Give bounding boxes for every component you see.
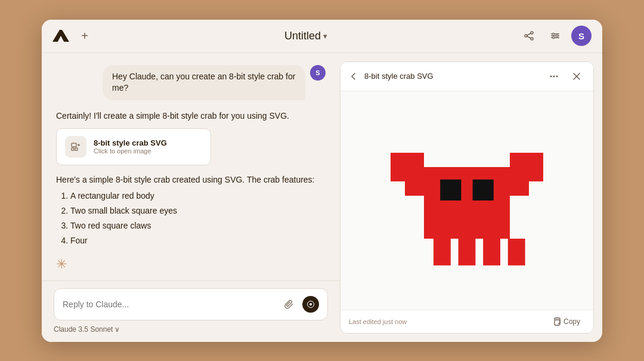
user-avatar-small: S — [310, 65, 326, 81]
svg-point-17 — [309, 303, 312, 306]
copy-button[interactable]: Copy — [547, 315, 585, 328]
artifact-card[interactable]: 8-bit style crab SVG Click to open image — [56, 128, 211, 165]
settings-button[interactable] — [545, 26, 565, 46]
response-prefix: Here's a simple 8-bit style crab created… — [56, 174, 326, 186]
artifact-card-title: 8-bit style crab SVG — [94, 138, 167, 147]
svg-line-3 — [527, 33, 531, 35]
page-title: Untitled — [284, 30, 321, 42]
header-right: S — [519, 26, 592, 46]
anthropic-logo — [52, 30, 69, 42]
svg-point-10 — [553, 37, 555, 39]
svg-rect-24 — [405, 177, 424, 196]
chat-panel: Hey Claude, can you create an 8-bit styl… — [42, 53, 340, 342]
svg-rect-12 — [72, 148, 74, 150]
model-label: Claude 3.5 Sonnet — [54, 325, 113, 334]
title-area[interactable]: Untitled ▾ — [284, 30, 327, 42]
artifact-close-button[interactable] — [568, 68, 585, 85]
artifact-timestamp: Last edited just now — [349, 318, 407, 325]
model-dropdown-icon: ∨ — [114, 325, 120, 334]
svg-rect-13 — [75, 148, 78, 150]
copy-label: Copy — [564, 317, 580, 326]
svg-rect-27 — [473, 179, 494, 200]
chat-input-box — [54, 288, 328, 320]
artifact-panel-title: 8-bit style crab SVG — [364, 72, 540, 81]
artifact-card-icon — [65, 136, 86, 158]
chat-input[interactable] — [63, 300, 276, 309]
artifact-menu-button[interactable] — [546, 68, 562, 85]
svg-point-0 — [531, 32, 533, 34]
model-select[interactable]: Claude 3.5 Sonnet ∨ — [54, 325, 120, 334]
avatar[interactable]: S — [571, 26, 592, 46]
svg-rect-28 — [434, 239, 451, 266]
artifact-panel-header: 8-bit style crab SVG — [340, 62, 593, 91]
title-dropdown-icon: ▾ — [323, 32, 327, 41]
svg-rect-29 — [459, 239, 476, 266]
assistant-message: Certainly! I'll create a simple 8-bit st… — [56, 110, 326, 273]
svg-rect-21 — [424, 167, 510, 239]
voice-button[interactable] — [302, 296, 319, 313]
svg-point-2 — [531, 38, 533, 40]
features-list: A rectangular red body Two small black s… — [56, 189, 326, 249]
svg-rect-30 — [483, 239, 500, 266]
share-button[interactable] — [519, 26, 539, 46]
artifact-content — [340, 91, 593, 310]
app-window: + Untitled ▾ — [42, 20, 602, 342]
svg-rect-11 — [72, 143, 76, 147]
user-bubble: Hey Claude, can you create an 8-bit styl… — [103, 65, 305, 100]
svg-point-20 — [556, 75, 558, 77]
artifact-card-info: 8-bit style crab SVG Click to open image — [94, 138, 167, 155]
chat-messages: Hey Claude, can you create an 8-bit styl… — [42, 53, 340, 280]
svg-line-4 — [527, 36, 531, 38]
list-item: Four — [70, 233, 326, 248]
list-item: Two red square claws — [70, 218, 326, 233]
svg-point-1 — [525, 35, 527, 37]
chat-input-area: Claude 3.5 Sonnet ∨ — [42, 280, 340, 342]
assistant-intro-text: Certainly! I'll create a simple 8-bit st… — [56, 110, 326, 122]
user-message: Hey Claude, can you create an 8-bit styl… — [56, 65, 326, 100]
attach-button[interactable] — [281, 296, 298, 313]
header-left: + — [52, 27, 93, 44]
svg-point-19 — [553, 75, 555, 77]
asterisk-icon: ✳ — [56, 257, 67, 272]
artifact-footer: Last edited just now Copy — [340, 310, 593, 333]
loading-indicator: ✳ — [56, 257, 326, 272]
svg-point-8 — [553, 33, 555, 35]
crab-svg — [371, 105, 562, 296]
svg-point-18 — [550, 75, 552, 77]
svg-point-9 — [556, 35, 558, 37]
svg-rect-31 — [508, 239, 525, 266]
header: + Untitled ▾ — [42, 20, 602, 53]
svg-rect-26 — [440, 179, 461, 200]
artifact-back-button[interactable] — [349, 72, 358, 81]
new-chat-button[interactable]: + — [76, 27, 93, 44]
svg-rect-32 — [555, 320, 560, 325]
list-item: Two small black square eyes — [70, 203, 326, 218]
artifact-panel: 8-bit style crab SVG — [340, 61, 594, 334]
response-list: Here's a simple 8-bit style crab created… — [56, 174, 326, 249]
svg-rect-25 — [510, 177, 529, 196]
main-content: Hey Claude, can you create an 8-bit styl… — [42, 53, 602, 342]
list-item: A rectangular red body — [70, 189, 326, 203]
artifact-card-subtitle: Click to open image — [94, 147, 167, 155]
chat-footer: Claude 3.5 Sonnet ∨ — [54, 325, 328, 334]
